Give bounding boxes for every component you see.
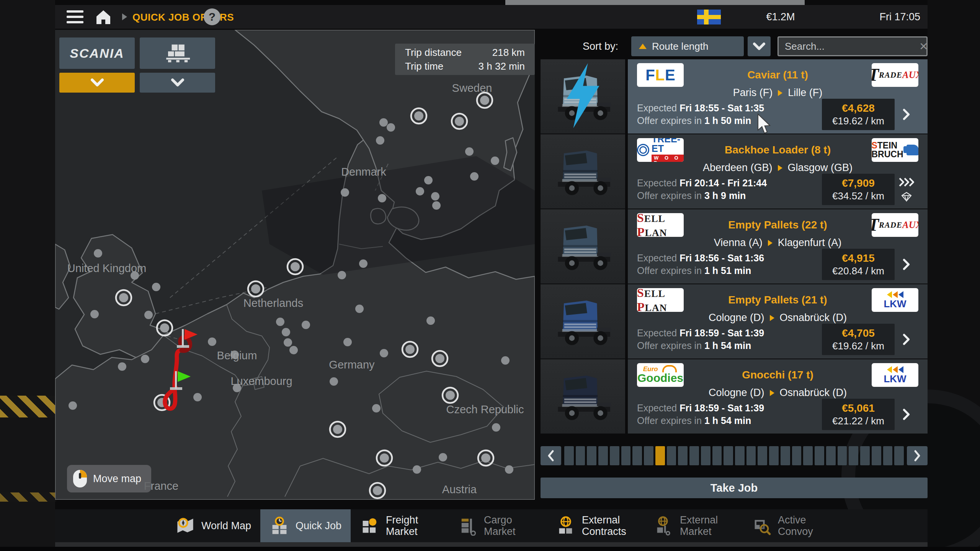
page-segment[interactable] — [815, 446, 824, 465]
trailer-selector-button[interactable] — [140, 37, 215, 69]
city-marker[interactable] — [432, 201, 441, 210]
city-marker[interactable] — [439, 453, 447, 461]
city-marker[interactable] — [380, 349, 388, 357]
city-marker[interactable] — [435, 354, 444, 363]
city-marker[interactable] — [302, 321, 310, 329]
city-marker[interactable] — [333, 425, 342, 434]
city-marker[interactable] — [119, 293, 128, 302]
page-segment[interactable] — [803, 446, 813, 465]
sort-dropdown-chevron-button[interactable] — [748, 36, 771, 56]
offer-arrow-column[interactable] — [895, 409, 918, 420]
city-marker[interactable] — [416, 187, 424, 196]
page-segment[interactable] — [781, 446, 790, 465]
city-marker[interactable] — [343, 338, 352, 346]
page-segment[interactable] — [792, 446, 802, 465]
page-segment[interactable] — [564, 446, 574, 465]
page-segment[interactable] — [769, 446, 779, 465]
city-marker[interactable] — [414, 111, 423, 121]
page-segment[interactable] — [610, 446, 619, 465]
city-marker[interactable] — [359, 259, 368, 268]
city-marker[interactable] — [424, 176, 433, 184]
home-icon[interactable] — [95, 9, 112, 25]
page-segment[interactable] — [758, 446, 767, 465]
nav-tab-external-contracts[interactable]: External Contracts — [547, 509, 645, 542]
city-marker[interactable] — [387, 123, 395, 132]
job-offer-row[interactable]: TREE-ETW O O D Backhoe Loader (8 t) STEI… — [541, 134, 928, 209]
city-marker[interactable] — [330, 377, 338, 386]
truck-dropdown-button[interactable] — [59, 73, 135, 93]
trailer-dropdown-button[interactable] — [140, 73, 215, 93]
page-segment[interactable] — [860, 446, 870, 465]
europe-map[interactable]: United KingdomNetherlandsBelgiumLuxembou… — [55, 30, 535, 500]
page-segment[interactable] — [644, 446, 653, 465]
city-marker[interactable] — [505, 465, 513, 474]
city-marker[interactable] — [446, 391, 455, 400]
job-offer-row[interactable]: EuroGoodies Gnocchi (17 t) LKW Cologne (… — [541, 359, 928, 434]
sort-dropdown[interactable]: Route length — [631, 36, 744, 56]
city-marker[interactable] — [251, 284, 260, 293]
page-segment-active[interactable] — [655, 446, 665, 465]
city-marker[interactable] — [208, 337, 216, 346]
menu-icon[interactable] — [67, 10, 83, 23]
city-marker[interactable] — [372, 404, 381, 412]
city-marker[interactable] — [118, 362, 126, 371]
page-segment[interactable] — [894, 446, 904, 465]
city-marker[interactable] — [465, 147, 474, 156]
city-marker[interactable] — [378, 194, 386, 202]
city-marker[interactable] — [492, 423, 500, 432]
page-segment[interactable] — [735, 446, 745, 465]
city-marker[interactable] — [289, 346, 298, 354]
offer-arrow-column[interactable] — [895, 109, 918, 120]
nav-tab-quick-job[interactable]: Quick Job — [260, 509, 351, 542]
offer-arrow-column[interactable] — [895, 334, 918, 345]
city-marker[interactable] — [141, 355, 149, 363]
page-segment[interactable] — [826, 446, 836, 465]
page-segment[interactable] — [598, 446, 608, 465]
page-segment[interactable] — [689, 446, 699, 465]
city-marker[interactable] — [431, 192, 439, 201]
offer-arrow-column[interactable] — [895, 259, 918, 270]
city-marker[interactable] — [491, 156, 499, 165]
nav-tab-active-convoy[interactable]: Active Convoy — [743, 509, 841, 542]
city-marker[interactable] — [282, 328, 290, 336]
move-map-button[interactable]: Move map — [67, 465, 151, 492]
city-marker[interactable] — [470, 172, 479, 181]
take-job-button[interactable]: Take Job — [541, 478, 928, 498]
page-segment[interactable] — [849, 446, 858, 465]
city-marker[interactable] — [338, 271, 346, 279]
clear-search-icon[interactable]: ✕ — [919, 40, 928, 53]
page-segment[interactable] — [838, 446, 847, 465]
page-segment[interactable] — [576, 446, 585, 465]
city-marker[interactable] — [94, 249, 102, 258]
page-segment[interactable] — [701, 446, 710, 465]
page-segment[interactable] — [587, 446, 596, 465]
city-marker[interactable] — [291, 262, 300, 271]
search-input[interactable] — [779, 41, 919, 52]
nav-tab-freight-market[interactable]: Freight Market — [351, 509, 449, 542]
city-marker[interactable] — [379, 118, 388, 127]
prev-page-button[interactable] — [541, 446, 561, 465]
page-segment[interactable] — [712, 446, 722, 465]
city-marker[interactable] — [426, 316, 435, 325]
city-marker[interactable] — [90, 310, 99, 318]
page-segment[interactable] — [621, 446, 631, 465]
page-segment[interactable] — [724, 446, 733, 465]
city-marker[interactable] — [376, 136, 384, 145]
page-segment[interactable] — [632, 446, 642, 465]
offer-arrow-column[interactable] — [895, 177, 918, 202]
next-page-button[interactable] — [907, 446, 928, 465]
page-segment[interactable] — [883, 446, 893, 465]
page-segment[interactable] — [678, 446, 688, 465]
job-offer-row[interactable]: SELL PLAN Empty Pallets (22 t) TRADEAUX … — [541, 209, 928, 284]
help-icon[interactable] — [204, 8, 220, 25]
page-segment[interactable] — [872, 446, 881, 465]
city-marker[interactable] — [341, 188, 349, 197]
nav-tab-cargo-market[interactable]: Cargo Market — [449, 509, 547, 542]
truck-selector-button[interactable]: SCANIA — [59, 37, 135, 69]
city-marker[interactable] — [413, 465, 421, 474]
city-marker[interactable] — [481, 453, 490, 463]
city-marker[interactable] — [501, 356, 510, 365]
page-segment[interactable] — [746, 446, 756, 465]
city-marker[interactable] — [276, 318, 284, 326]
city-marker[interactable] — [405, 345, 415, 354]
